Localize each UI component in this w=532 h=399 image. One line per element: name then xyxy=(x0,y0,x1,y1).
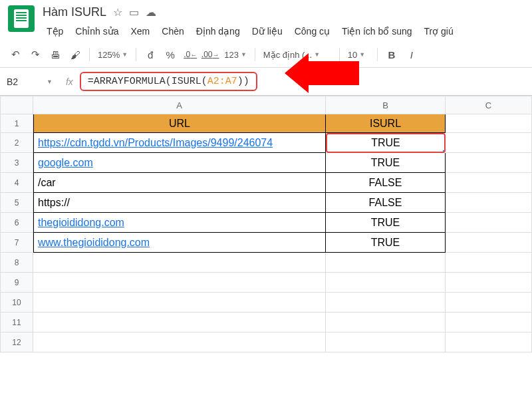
column-header[interactable]: C xyxy=(446,96,532,114)
table-header-url[interactable]: URL xyxy=(33,114,326,133)
select-all-corner[interactable] xyxy=(0,96,33,114)
cell[interactable] xyxy=(446,114,532,133)
menu-addons[interactable]: Tiện ích bổ sung xyxy=(338,23,416,39)
arrow-annotation xyxy=(306,61,359,85)
number-format-select[interactable]: 123▼ xyxy=(221,49,249,61)
cell[interactable] xyxy=(446,293,532,313)
menu-tools[interactable]: Công cụ xyxy=(291,23,334,39)
formula-input[interactable]: =ARRAYFORMULA(ISURL(A2:A7)) xyxy=(80,72,257,91)
row-header[interactable]: 8 xyxy=(0,253,33,273)
row-header[interactable]: 7 xyxy=(0,233,33,253)
sheets-logo[interactable] xyxy=(8,5,35,32)
column-header[interactable]: B xyxy=(326,96,446,114)
cell[interactable] xyxy=(33,273,326,293)
cell[interactable] xyxy=(446,153,532,173)
cell-a6[interactable]: thegioididong.com xyxy=(33,213,326,233)
cell-reference[interactable]: B2 xyxy=(7,76,47,87)
cell[interactable] xyxy=(446,233,532,253)
row-header[interactable]: 12 xyxy=(0,332,33,352)
cell[interactable] xyxy=(326,332,446,352)
zoom-select[interactable]: 125%▼ xyxy=(95,49,130,61)
cell[interactable] xyxy=(446,313,532,332)
cell[interactable] xyxy=(446,133,532,153)
cell[interactable] xyxy=(33,313,326,332)
cell[interactable] xyxy=(446,213,532,233)
menu-file[interactable]: Tệp xyxy=(43,23,67,39)
cell-b2-selected[interactable]: TRUE xyxy=(326,133,446,153)
menu-help[interactable]: Trợ giú xyxy=(420,23,458,39)
column-header[interactable]: A xyxy=(33,96,326,114)
bold-button[interactable]: B xyxy=(383,46,400,63)
menu-data[interactable]: Dữ liệu xyxy=(248,23,287,39)
decrease-decimal-button[interactable]: .0← xyxy=(182,46,199,63)
redo-icon[interactable]: ↷ xyxy=(27,46,44,63)
cell[interactable] xyxy=(446,253,532,273)
percent-button[interactable]: % xyxy=(162,46,179,63)
formula-bar: B2 ▼ fx =ARRAYFORMULA(ISURL(A2:A7)) xyxy=(0,68,532,96)
cell[interactable] xyxy=(33,293,326,313)
cell[interactable] xyxy=(326,253,446,273)
cell[interactable] xyxy=(446,273,532,293)
star-icon[interactable]: ☆ xyxy=(113,6,122,19)
row-header[interactable]: 2 xyxy=(0,133,33,153)
cell-b7[interactable]: TRUE xyxy=(326,233,446,253)
paint-format-icon[interactable]: 🖌 xyxy=(66,46,84,63)
cell-a5[interactable]: https:// xyxy=(33,193,326,213)
print-icon[interactable]: 🖶 xyxy=(47,46,64,63)
cell-a7[interactable]: www.thegioididong.com xyxy=(33,233,326,253)
chevron-down-icon: ▼ xyxy=(359,51,365,58)
row-header[interactable]: 9 xyxy=(0,273,33,293)
cell-b3[interactable]: TRUE xyxy=(326,153,446,173)
cell-a3[interactable]: google.com xyxy=(33,153,326,173)
currency-button[interactable]: đ xyxy=(142,46,159,63)
cell[interactable] xyxy=(446,332,532,352)
cell-b4[interactable]: FALSE xyxy=(326,173,446,193)
toolbar: ↶ ↷ 🖶 🖌 125%▼ đ % .0← .00→ 123▼ Mặc định… xyxy=(0,42,532,68)
cell-a4[interactable]: /car xyxy=(33,173,326,193)
undo-icon[interactable]: ↶ xyxy=(7,46,24,63)
cell[interactable] xyxy=(446,193,532,213)
menu-view[interactable]: Xem xyxy=(127,23,154,39)
chevron-down-icon[interactable]: ▼ xyxy=(47,78,53,85)
table-header-isurl[interactable]: ISURL xyxy=(326,114,446,133)
row-header[interactable]: 4 xyxy=(0,173,33,193)
row-header[interactable]: 11 xyxy=(0,313,33,332)
cloud-icon[interactable]: ☁ xyxy=(146,6,156,19)
row-header[interactable]: 5 xyxy=(0,193,33,213)
cell[interactable] xyxy=(33,332,326,352)
chevron-down-icon: ▼ xyxy=(314,51,320,58)
document-title[interactable]: Hàm ISURL xyxy=(43,5,106,19)
chevron-down-icon: ▼ xyxy=(241,51,247,58)
cell[interactable] xyxy=(326,293,446,313)
menu-insert[interactable]: Chèn xyxy=(158,23,188,39)
cell[interactable] xyxy=(33,253,326,273)
cell[interactable] xyxy=(326,313,446,332)
cell-b5[interactable]: FALSE xyxy=(326,193,446,213)
row-header[interactable]: 10 xyxy=(0,293,33,313)
font-size-select[interactable]: 10▼ xyxy=(345,49,372,61)
row-header[interactable]: 6 xyxy=(0,213,33,233)
chevron-down-icon: ▼ xyxy=(122,51,128,58)
row-header[interactable]: 3 xyxy=(0,153,33,173)
menu-bar: Tệp Chỉnh sửa Xem Chèn Định dạng Dữ liệu… xyxy=(43,23,524,39)
cell-b6[interactable]: TRUE xyxy=(326,213,446,233)
cell[interactable] xyxy=(326,273,446,293)
fx-label: fx xyxy=(66,76,73,87)
row-header[interactable]: 1 xyxy=(0,114,33,133)
move-icon[interactable]: ▭ xyxy=(129,6,139,19)
menu-format[interactable]: Định dạng xyxy=(192,23,244,39)
italic-button[interactable]: I xyxy=(403,46,420,63)
increase-decimal-button[interactable]: .00→ xyxy=(201,46,219,63)
cell-a2[interactable]: https://cdn.tgdd.vn/Products/Images/9499… xyxy=(33,133,326,153)
cell[interactable] xyxy=(446,173,532,193)
menu-edit[interactable]: Chỉnh sửa xyxy=(71,23,122,39)
